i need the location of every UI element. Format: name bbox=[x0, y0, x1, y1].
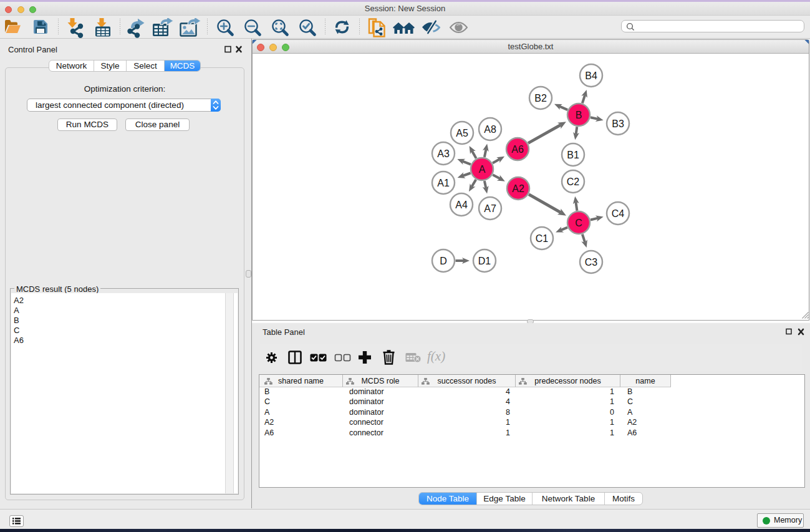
svg-text:A5: A5 bbox=[456, 128, 468, 138]
svg-text:A3: A3 bbox=[437, 148, 450, 159]
svg-text:C1: C1 bbox=[536, 233, 549, 244]
svg-text:B2: B2 bbox=[534, 93, 547, 104]
svg-text:C: C bbox=[575, 218, 582, 228]
svg-text:D1: D1 bbox=[478, 256, 491, 266]
svg-text:B4: B4 bbox=[585, 70, 597, 81]
svg-text:C2: C2 bbox=[567, 177, 580, 187]
svg-text:C4: C4 bbox=[612, 208, 625, 219]
svg-text:A1: A1 bbox=[437, 178, 450, 188]
svg-text:A8: A8 bbox=[484, 124, 496, 135]
svg-text:B: B bbox=[576, 110, 582, 120]
svg-text:A6: A6 bbox=[511, 144, 524, 155]
svg-text:A7: A7 bbox=[484, 203, 496, 214]
svg-text:B1: B1 bbox=[567, 150, 579, 160]
svg-text:A4: A4 bbox=[455, 200, 468, 210]
svg-text:A2: A2 bbox=[512, 183, 524, 194]
svg-text:D: D bbox=[440, 256, 447, 266]
svg-text:A: A bbox=[479, 164, 486, 175]
svg-text:C3: C3 bbox=[585, 257, 598, 268]
svg-text:B3: B3 bbox=[612, 118, 624, 129]
